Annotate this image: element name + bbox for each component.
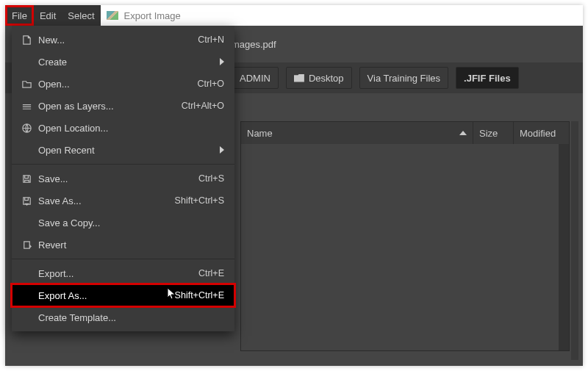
column-label: Modified <box>520 128 556 139</box>
breadcrumb-label: .JFIF Files <box>464 73 511 84</box>
globe-icon <box>19 123 34 134</box>
export-image-icon <box>107 11 118 20</box>
menubar-edit[interactable]: Edit <box>34 5 62 26</box>
file-menu-dropdown: New...Ctrl+NCreateOpen...Ctrl+OOpen as L… <box>12 26 234 331</box>
menu-item-shortcut: Shift+Ctrl+S <box>175 195 224 206</box>
layers-icon <box>19 101 34 112</box>
menu-item-shortcut: Shift+Ctrl+E <box>175 290 224 300</box>
menu-item-label: Open Recent <box>38 145 95 156</box>
breadcrumb-label: Via Training Files <box>368 73 440 84</box>
menu-item-new[interactable]: New...Ctrl+N <box>12 29 234 51</box>
menu-item-revert[interactable]: Revert <box>12 234 234 256</box>
file-list-panel: Name Size Modified <box>240 121 570 351</box>
breadcrumb-admin[interactable]: ADMIN <box>232 67 279 89</box>
revert-icon <box>19 239 34 251</box>
saveas-icon <box>19 195 34 206</box>
menubar-select[interactable]: Select <box>62 5 100 26</box>
window-title-area: Export Image <box>101 5 584 26</box>
menu-item-open-recent[interactable]: Open Recent <box>12 139 234 161</box>
column-modified[interactable]: Modified <box>514 122 569 144</box>
breadcrumb-label: ADMIN <box>240 73 270 84</box>
window-title: Export Image <box>124 10 181 21</box>
mouse-cursor-icon <box>167 287 177 300</box>
breadcrumb-label: Desktop <box>309 73 344 84</box>
menu-item-export[interactable]: Export...Ctrl+E <box>12 262 234 284</box>
new-icon <box>19 35 34 46</box>
column-label: Name <box>247 128 273 139</box>
menu-item-shortcut: Ctrl+S <box>198 173 224 184</box>
menu-item-label: Create <box>38 57 67 68</box>
dialog-scrollbar[interactable] <box>571 121 578 360</box>
menu-item-label: Save a Copy... <box>38 217 100 228</box>
chevron-right-icon <box>220 58 224 65</box>
menu-separator <box>12 164 234 165</box>
sort-ascending-icon <box>459 131 467 135</box>
open-icon <box>19 79 34 90</box>
menu-item-label: Revert <box>38 239 66 251</box>
menu-item-shortcut: Ctrl+Alt+O <box>182 101 224 111</box>
menu-item-label: Create Template... <box>38 312 116 323</box>
file-list-header: Name Size Modified <box>241 122 569 144</box>
menu-item-shortcut: Ctrl+O <box>198 79 224 89</box>
menubar-file[interactable]: File <box>5 5 34 26</box>
menu-item-label: Save As... <box>38 195 82 206</box>
menu-item-create[interactable]: Create <box>12 51 234 73</box>
menu-item-save-a-copy[interactable]: Save a Copy... <box>12 212 234 234</box>
file-list-body[interactable] <box>241 144 559 350</box>
menu-item-label: New... <box>38 35 65 46</box>
chevron-right-icon <box>220 146 224 154</box>
column-name[interactable]: Name <box>241 122 473 144</box>
breadcrumb-via-training-files[interactable]: Via Training Files <box>359 67 448 89</box>
file-list-scrollbar[interactable] <box>559 144 569 350</box>
breadcrumb-desktop[interactable]: Desktop <box>286 67 352 89</box>
menu-item-label: Open as Layers... <box>38 101 114 112</box>
breadcrumb-jfif-files[interactable]: .JFIF Files <box>456 67 519 89</box>
menu-item-label: Save... <box>38 173 68 184</box>
column-label: Size <box>479 128 498 139</box>
menu-item-shortcut: Ctrl+E <box>198 268 224 278</box>
menu-item-label: Export... <box>38 268 74 279</box>
menu-item-open-as-layers[interactable]: Open as Layers...Ctrl+Alt+O <box>12 95 234 117</box>
menu-item-save[interactable]: Save...Ctrl+S <box>12 168 234 190</box>
menu-item-export-as[interactable]: Export As...Shift+Ctrl+E <box>12 284 234 306</box>
menu-item-open-location[interactable]: Open Location... <box>12 117 234 139</box>
folder-icon <box>294 74 304 82</box>
menu-item-label: Open Location... <box>38 123 108 134</box>
column-size[interactable]: Size <box>473 122 514 144</box>
save-icon <box>19 173 34 184</box>
menu-item-open[interactable]: Open...Ctrl+O <box>12 73 234 95</box>
menu-separator <box>12 259 234 259</box>
menu-item-save-as[interactable]: Save As...Shift+Ctrl+S <box>12 190 234 212</box>
menu-item-label: Export As... <box>38 290 87 301</box>
menubar: File Edit Select Export Image <box>5 5 583 26</box>
menu-item-shortcut: Ctrl+N <box>198 35 224 45</box>
menu-item-create-template[interactable]: Create Template... <box>12 306 234 328</box>
document-tab[interactable]: images.pdf <box>229 39 276 50</box>
menu-item-label: Open... <box>38 79 70 90</box>
app-window: File Edit Select Export Image images.pdf… <box>5 5 583 366</box>
